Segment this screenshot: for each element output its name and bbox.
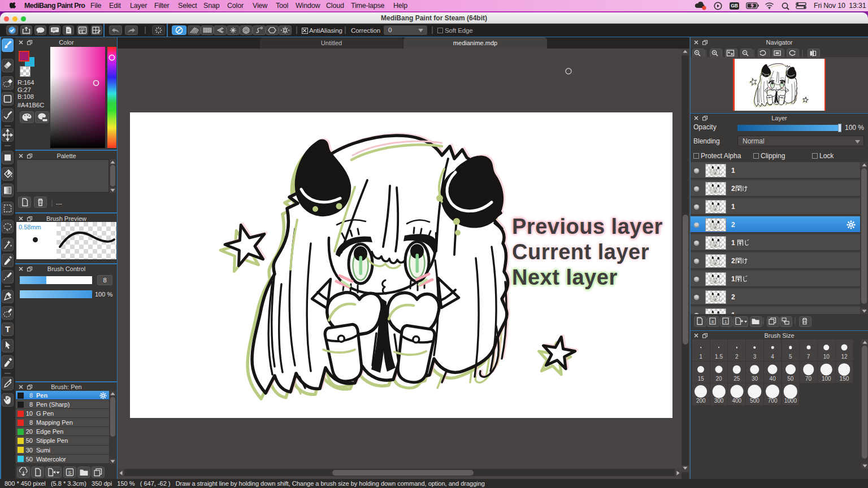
- svg-text:1: 1: [724, 319, 727, 324]
- svg-text:S: S: [68, 470, 71, 476]
- svg-text:8: 8: [711, 319, 714, 324]
